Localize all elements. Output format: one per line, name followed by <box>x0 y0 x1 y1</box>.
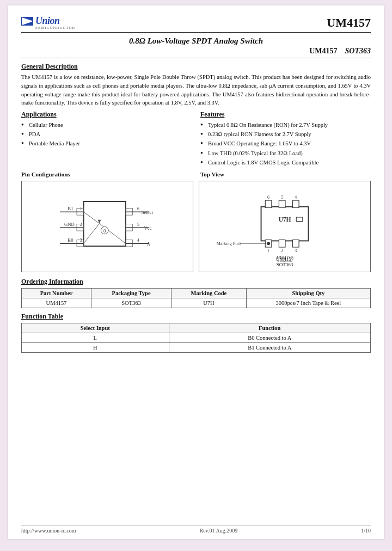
top-view-label-col: Top View <box>200 171 371 180</box>
svg-text:4: 4 <box>295 195 297 200</box>
function-table-row: H B1 Connected to A <box>22 343 371 353</box>
svg-text:3: 3 <box>80 238 82 243</box>
table-header-marking: Marking Code <box>171 289 247 298</box>
logo-main: Union <box>21 15 60 27</box>
list-item: Control Logic is 1.8V CMOS Logic Compati… <box>200 158 371 167</box>
top-view-diagram: U7H 6 5 4 1 <box>199 181 371 272</box>
svg-text:6: 6 <box>267 195 270 200</box>
applications-title: Applications <box>21 111 192 119</box>
function-header-select: Select Input <box>22 323 169 333</box>
list-item: Low THD (0.02% Typical for 32Ω Load) <box>200 149 371 157</box>
svg-point-51 <box>267 242 270 245</box>
list-item: Portable Media Player <box>21 139 192 148</box>
function-table-header: Select Input Function <box>22 323 371 333</box>
main-title: 0.8Ω Low-Voltage SPDT Analog Switch <box>21 36 371 46</box>
svg-text:5: 5 <box>137 222 139 227</box>
diagrams-labels: Pin Configurations Top View <box>21 171 371 180</box>
svg-text:1: 1 <box>80 206 82 211</box>
svg-rect-47 <box>279 240 285 248</box>
list-item: Typical 0.8Ω On Resistance (RON) for 2.7… <box>200 121 371 129</box>
svg-text:3: 3 <box>295 248 297 253</box>
function-cell-select-l: L <box>22 333 169 343</box>
svg-text:Select: Select <box>142 210 154 215</box>
svg-text:2: 2 <box>80 222 82 227</box>
features-title: Features <box>200 111 371 119</box>
pin-config-title: Pin Configurations <box>21 171 192 177</box>
svg-text:Vcc: Vcc <box>144 225 152 231</box>
list-item: PDA <box>21 130 192 138</box>
applications-list: Cellular Phone PDA Portable Media Player <box>21 121 192 148</box>
top-view-package: SOT363 <box>277 262 293 267</box>
svg-text:2: 2 <box>281 248 283 253</box>
general-description-title: General Description <box>21 63 371 71</box>
table-cell-mark: U7H <box>171 298 247 308</box>
divider <box>21 58 371 58</box>
top-view-svg: U7H 6 5 4 1 <box>204 186 366 262</box>
svg-text:0: 0 <box>103 228 106 234</box>
table-row: UM4157 SOT363 U7H 3000pcs/7 Inch Tape & … <box>22 298 371 308</box>
svg-text:GND: GND <box>64 222 75 227</box>
svg-rect-41 <box>279 200 285 208</box>
table-header-part-number: Part Number <box>22 289 91 298</box>
applications-col: Applications Cellular Phone PDA Portable… <box>21 111 192 168</box>
logo-text: Union <box>35 15 60 27</box>
ordering-table: Part Number Packaging Type Marking Code … <box>21 288 371 308</box>
svg-text:4: 4 <box>137 238 139 243</box>
footer-rev: Rev.01 Aug.2009 <box>200 528 238 534</box>
pin-config-diagram: B1 1 GND 2 B0 3 4 A <box>21 181 193 272</box>
svg-text:6: 6 <box>137 206 139 211</box>
subtitle-package: SOT363 <box>345 47 371 55</box>
top-view-part-num: UM4157 <box>276 256 294 262</box>
svg-rect-36 <box>261 207 309 241</box>
svg-text:B1: B1 <box>68 206 73 211</box>
logo-sub: SEMICONDUCTOR <box>35 26 75 30</box>
function-table-row: L B0 Connected to A <box>22 333 371 343</box>
function-header-function: Function <box>169 323 371 333</box>
function-cell-func-l: B0 Connected to A <box>169 333 371 343</box>
table-header-row: Part Number Packaging Type Marking Code … <box>22 289 371 298</box>
pin-config-label-col: Pin Configurations <box>21 171 192 180</box>
subtitle: UM4157 SOT363 <box>21 47 371 56</box>
footer-page: 1/10 <box>361 528 371 534</box>
top-view-title: Top View <box>200 171 371 177</box>
svg-rect-49 <box>292 240 299 248</box>
list-item: Broad VCC Operating Range: 1.65V to 4.3V <box>200 139 371 148</box>
svg-text:Marking Pin1: Marking Pin1 <box>216 241 241 246</box>
svg-text:B0: B0 <box>68 237 73 243</box>
function-table: Select Input Function L B0 Connected to … <box>21 323 371 353</box>
list-item: Cellular Phone <box>21 121 192 129</box>
table-cell-part: UM4157 <box>22 298 91 308</box>
diagrams-row: B1 1 GND 2 B0 3 4 A <box>21 181 371 272</box>
svg-text:A: A <box>146 241 150 247</box>
general-description-text: The UM4157 is a low on resistance, low-p… <box>21 73 371 107</box>
svg-text:1: 1 <box>267 248 270 253</box>
svg-rect-43 <box>292 200 299 208</box>
header-part-number: UM4157 <box>327 16 371 30</box>
list-item: 0.23Ω typical RON Flatness for 2.7V Supp… <box>200 130 371 138</box>
svg-rect-39 <box>265 200 272 208</box>
table-cell-ship: 3000pcs/7 Inch Tape & Reel <box>246 298 370 308</box>
title-section: 0.8Ω Low-Voltage SPDT Analog Switch <box>21 36 371 46</box>
table-header-shipping: Shipping Qty <box>246 289 370 298</box>
svg-text:5: 5 <box>281 195 283 200</box>
header: Union SEMICONDUCTOR UM4157 <box>21 15 371 33</box>
table-cell-pkg: SOT363 <box>91 298 171 308</box>
footer: http://www.union-ic.com Rev.01 Aug.2009 … <box>21 525 371 534</box>
footer-url: http://www.union-ic.com <box>21 528 76 534</box>
table-header-packaging: Packaging Type <box>91 289 171 298</box>
features-col: Features Typical 0.8Ω On Resistance (RON… <box>200 111 371 168</box>
function-table-title: Function Table <box>21 313 371 321</box>
logo-flag-icon <box>21 17 33 26</box>
subtitle-part: UM4157 <box>309 47 337 55</box>
function-cell-select-h: H <box>22 343 169 353</box>
function-cell-func-h: B1 Connected to A <box>169 343 371 353</box>
pin-config-svg: B1 1 GND 2 B0 3 4 A <box>26 186 188 262</box>
features-list: Typical 0.8Ω On Resistance (RON) for 2.7… <box>200 121 371 167</box>
apps-features-row: Applications Cellular Phone PDA Portable… <box>21 111 371 168</box>
page: Union SEMICONDUCTOR UM4157 0.8Ω Low-Volt… <box>8 5 384 539</box>
svg-text:U7H: U7H <box>278 216 291 223</box>
logo: Union SEMICONDUCTOR <box>21 15 75 30</box>
svg-rect-5 <box>84 201 126 246</box>
ordering-info-title: Ordering Information <box>21 278 371 286</box>
